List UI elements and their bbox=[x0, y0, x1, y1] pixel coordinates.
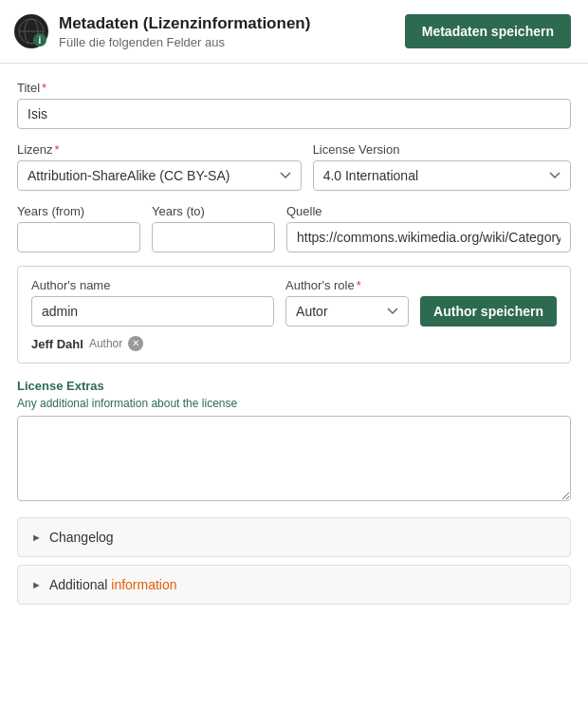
author-save-button[interactable]: Author speichern bbox=[420, 296, 557, 327]
accordion-additional-chevron: ► bbox=[31, 579, 42, 590]
existing-author-role: Author bbox=[89, 337, 122, 350]
author-name-group: Author's name bbox=[31, 278, 274, 327]
author-role-label: Author's role* bbox=[285, 278, 409, 292]
remove-author-button[interactable]: ✕ bbox=[128, 336, 143, 351]
title-required-marker: * bbox=[42, 81, 46, 95]
years-to-label: Years (to) bbox=[152, 204, 275, 218]
extras-textarea[interactable] bbox=[17, 416, 571, 501]
author-name-label: Author's name bbox=[31, 278, 274, 292]
accordion-changelog: ► Changelog bbox=[17, 517, 571, 557]
title-field-group: Titel* bbox=[17, 81, 571, 129]
accordion-additional: ► Additional information bbox=[17, 565, 571, 605]
header-left: i Metadaten (Lizenzinformationen) Fülle … bbox=[13, 13, 310, 49]
license-version-select[interactable]: 4.0 International 3.0 Unported 2.5 Gener… bbox=[313, 160, 571, 191]
page-header: i Metadaten (Lizenzinformationen) Fülle … bbox=[0, 0, 588, 64]
extras-hint: Any additional information about the lic… bbox=[17, 397, 571, 410]
years-quelle-row: Years (from) Years (to) Quelle bbox=[17, 204, 571, 252]
license-label: Lizenz* bbox=[17, 142, 302, 157]
license-version-field-group: License Version 4.0 International 3.0 Un… bbox=[313, 142, 571, 191]
license-select[interactable]: Attribution-ShareAlike (CC BY-SA) Attrib… bbox=[17, 160, 302, 191]
years-from-field-group: Years (from) bbox=[17, 204, 140, 252]
accordion-additional-highlight: information bbox=[111, 577, 176, 592]
accordion-changelog-title: Changelog bbox=[49, 530, 114, 545]
author-role-select[interactable]: Autor Editor Illustrator bbox=[285, 296, 409, 327]
quelle-input[interactable] bbox=[286, 222, 571, 252]
license-row: Lizenz* Attribution-ShareAlike (CC BY-SA… bbox=[17, 142, 571, 191]
years-to-field-group: Years (to) bbox=[152, 204, 275, 252]
years-from-label: Years (from) bbox=[17, 204, 140, 218]
license-required-marker: * bbox=[55, 142, 60, 157]
author-role-required-marker: * bbox=[357, 278, 361, 292]
license-version-label: License Version bbox=[313, 142, 571, 157]
header-text: Metadaten (Lizenzinformationen) Fülle di… bbox=[59, 14, 310, 49]
quelle-label: Quelle bbox=[286, 204, 571, 218]
quelle-field-group: Quelle bbox=[286, 204, 571, 252]
extras-field-group: License Extras Any additional informatio… bbox=[17, 379, 571, 504]
accordion-changelog-header[interactable]: ► Changelog bbox=[18, 518, 570, 556]
existing-author-name: Jeff Dahl bbox=[31, 337, 83, 351]
form-body: Titel* Lizenz* Attribution-ShareAlike (C… bbox=[0, 64, 588, 622]
svg-text:i: i bbox=[39, 35, 42, 46]
author-name-input[interactable] bbox=[31, 296, 274, 327]
author-role-group: Author's role* Autor Editor Illustrator bbox=[285, 278, 409, 327]
extras-label: License Extras bbox=[17, 379, 571, 393]
accordion-changelog-chevron: ► bbox=[31, 532, 42, 543]
license-field-group: Lizenz* Attribution-ShareAlike (CC BY-SA… bbox=[17, 142, 302, 191]
title-input[interactable] bbox=[17, 99, 571, 129]
years-from-input[interactable] bbox=[17, 222, 140, 252]
author-input-row: Author's name Author's role* Autor Edito… bbox=[31, 278, 557, 327]
save-metadata-button[interactable]: Metadaten speichern bbox=[405, 14, 571, 48]
accordion-additional-header[interactable]: ► Additional information bbox=[18, 566, 570, 604]
existing-author-tag: Jeff Dahl Author ✕ bbox=[31, 336, 557, 351]
years-to-input[interactable] bbox=[152, 222, 275, 252]
author-box: Author's name Author's role* Autor Edito… bbox=[17, 266, 571, 364]
accordion-additional-title: Additional information bbox=[49, 577, 177, 592]
info-icon: i bbox=[13, 13, 49, 49]
page-title: Metadaten (Lizenzinformationen) bbox=[59, 14, 310, 33]
title-label: Titel* bbox=[17, 81, 571, 95]
page-subtitle: Fülle die folgenden Felder aus bbox=[59, 35, 310, 49]
